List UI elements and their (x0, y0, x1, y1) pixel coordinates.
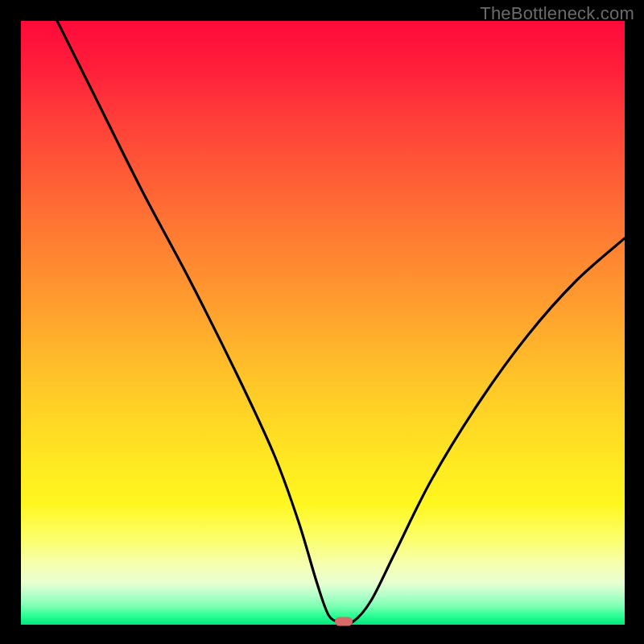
chart-frame: TheBottleneck.com (0, 0, 644, 644)
curve-layer (21, 21, 625, 625)
bottleneck-curve (57, 21, 625, 624)
optimal-marker (335, 617, 353, 625)
plot-area (21, 21, 625, 625)
watermark-text: TheBottleneck.com (480, 3, 634, 24)
